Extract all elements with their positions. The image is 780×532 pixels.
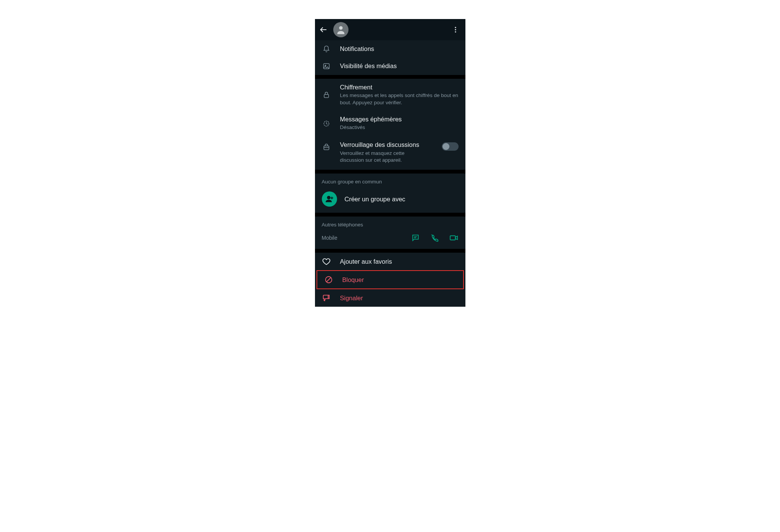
media-visibility-label: Visibilité des médias xyxy=(340,62,459,70)
message-icon xyxy=(411,234,420,242)
arrow-left-icon xyxy=(319,25,328,34)
other-phones-section: Autres téléphones Mobile xyxy=(315,217,465,249)
notifications-row[interactable]: Notifications xyxy=(315,40,465,57)
create-group-row[interactable]: Créer un groupe avec xyxy=(315,188,465,213)
chat-lock-row[interactable]: Verrouillage des discussions Verrouillez… xyxy=(315,135,465,170)
phone-icon xyxy=(430,234,439,242)
groups-section: Aucun groupe en commun Créer un groupe a… xyxy=(315,174,465,213)
bell-icon xyxy=(323,45,330,53)
person-add-icon xyxy=(325,195,334,203)
chat-lock-icon xyxy=(323,143,330,151)
section-divider xyxy=(315,75,465,79)
video-call-button[interactable] xyxy=(449,234,458,242)
security-section: Chiffrement Les messages et les appels s… xyxy=(315,79,465,170)
svg-point-11 xyxy=(327,196,330,199)
report-row[interactable]: Signaler xyxy=(315,289,465,307)
chat-lock-title: Verrouillage des discussions xyxy=(340,141,429,149)
section-divider xyxy=(315,170,465,174)
add-favorite-row[interactable]: Ajouter aux favoris xyxy=(315,253,465,270)
person-icon xyxy=(336,24,346,35)
mobile-phone-row: Mobile xyxy=(315,231,465,249)
create-group-label: Créer un groupe avec xyxy=(345,195,406,203)
heart-icon xyxy=(322,257,331,266)
thumbs-down-icon xyxy=(322,294,331,302)
video-icon xyxy=(449,234,459,242)
image-icon xyxy=(323,62,330,70)
encryption-subtitle: Les messages et les appels sont chiffrés… xyxy=(340,92,459,106)
timer-icon xyxy=(323,119,330,127)
groups-header: Aucun groupe en commun xyxy=(315,174,465,188)
encryption-title: Chiffrement xyxy=(340,83,459,91)
block-label: Bloquer xyxy=(342,276,456,284)
create-group-avatar xyxy=(322,191,337,207)
svg-point-4 xyxy=(455,31,456,32)
chat-lock-toggle[interactable] xyxy=(442,142,459,151)
encryption-row[interactable]: Chiffrement Les messages et les appels s… xyxy=(315,79,465,111)
svg-point-1 xyxy=(339,26,342,30)
media-visibility-row[interactable]: Visibilité des médias xyxy=(315,57,465,75)
section-divider xyxy=(315,249,465,253)
chat-lock-subtitle: Verrouillez et masquez cette discussion … xyxy=(340,150,429,164)
svg-point-2 xyxy=(455,27,456,28)
more-options-button[interactable] xyxy=(451,25,460,34)
svg-point-3 xyxy=(455,29,456,30)
ephemeral-messages-row[interactable]: Messages éphémères Désactivés xyxy=(315,111,465,136)
report-label: Signaler xyxy=(340,294,459,302)
ephemeral-title: Messages éphémères xyxy=(340,115,459,123)
mobile-label: Mobile xyxy=(322,235,411,241)
other-phones-header: Autres téléphones xyxy=(315,217,465,231)
svg-rect-16 xyxy=(450,236,455,240)
dots-vertical-icon xyxy=(452,26,459,33)
settings-section: Notifications Visibilité des médias xyxy=(315,40,465,75)
svg-point-6 xyxy=(325,65,326,66)
notifications-label: Notifications xyxy=(340,45,459,53)
svg-line-18 xyxy=(326,278,331,282)
call-button[interactable] xyxy=(430,234,439,242)
block-highlight: Bloquer xyxy=(316,270,464,289)
header-bar xyxy=(315,19,465,40)
favorite-label: Ajouter aux favoris xyxy=(340,258,459,266)
lock-icon xyxy=(323,91,330,99)
back-button[interactable] xyxy=(319,25,328,34)
contact-avatar[interactable] xyxy=(333,22,348,37)
ephemeral-subtitle: Désactivés xyxy=(340,124,459,131)
block-icon xyxy=(324,276,333,284)
svg-rect-7 xyxy=(324,94,329,97)
contact-info-screen: Notifications Visibilité des médias Chif… xyxy=(315,19,465,307)
svg-rect-9 xyxy=(324,146,329,150)
actions-section: Ajouter aux favoris Bloquer Signaler xyxy=(315,253,465,307)
section-divider xyxy=(315,213,465,217)
message-button[interactable] xyxy=(411,234,420,242)
block-row[interactable]: Bloquer xyxy=(317,271,463,288)
